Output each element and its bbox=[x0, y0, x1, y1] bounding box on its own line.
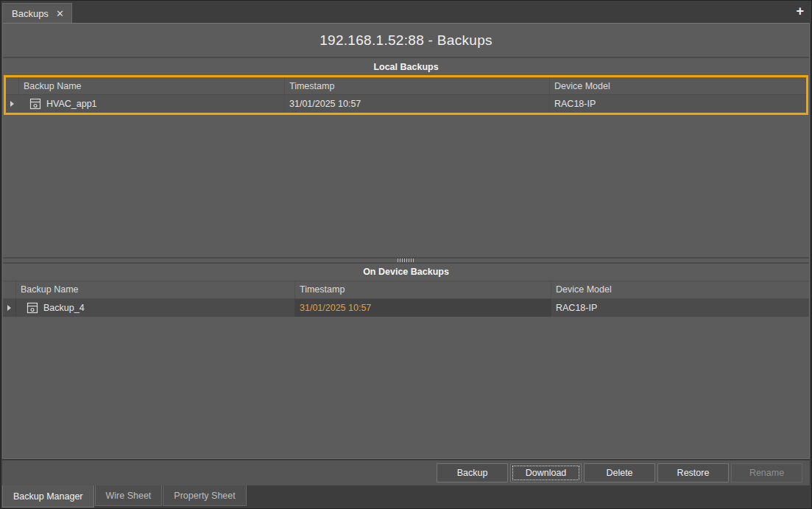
page-title: 192.168.1.52:88 - Backups bbox=[319, 32, 493, 49]
local-backups-table: Backup Name Timestamp Device Model bbox=[4, 75, 808, 115]
backup-button[interactable]: Backup bbox=[437, 463, 508, 482]
close-tab-icon[interactable]: ✕ bbox=[56, 9, 64, 18]
row-expander[interactable] bbox=[3, 299, 16, 317]
timestamp-cell-selected[interactable]: 31/01/2025 10:57 bbox=[295, 299, 551, 317]
on-device-backups-header: On Device Backups bbox=[3, 264, 809, 281]
row-expander[interactable] bbox=[6, 95, 19, 113]
col-timestamp[interactable]: Timestamp bbox=[285, 77, 550, 94]
top-tab-bar: Backups ✕ + bbox=[1, 1, 811, 23]
delete-button[interactable]: Delete bbox=[584, 463, 655, 482]
backup-file-icon bbox=[27, 302, 38, 314]
expander-header-cell bbox=[3, 281, 16, 298]
backup-name: HVAC_app1 bbox=[46, 99, 97, 109]
title-bar: 192.168.1.52:88 - Backups bbox=[3, 24, 809, 58]
local-backups-header: Local Backups bbox=[3, 58, 809, 75]
on-device-backups-table: Backup Name Timestamp Device Model bbox=[3, 281, 809, 317]
col-device-model[interactable]: Device Model bbox=[550, 77, 806, 94]
view-tab-bar: Backup Manager Wire Sheet Property Sheet bbox=[1, 485, 811, 509]
col-timestamp[interactable]: Timestamp bbox=[295, 281, 551, 298]
on-device-backups-empty-area bbox=[3, 317, 809, 459]
backup-name-cell[interactable]: Backup_4 bbox=[16, 299, 295, 317]
tab-backups[interactable]: Backups ✕ bbox=[2, 3, 72, 23]
new-tab-icon[interactable]: + bbox=[796, 4, 804, 18]
chevron-right-icon bbox=[7, 305, 11, 311]
col-backup-name[interactable]: Backup Name bbox=[19, 77, 285, 94]
rename-button: Rename bbox=[731, 463, 802, 482]
restore-button[interactable]: Restore bbox=[657, 463, 729, 482]
table-row[interactable]: Backup_4 31/01/2025 10:57 RAC18-IP bbox=[3, 299, 809, 317]
download-button[interactable]: Download bbox=[510, 463, 582, 482]
tab-backups-label: Backups bbox=[12, 8, 49, 19]
col-device-model[interactable]: Device Model bbox=[551, 281, 809, 298]
table-row[interactable]: HVAC_app1 31/01/2025 10:57 RAC18-IP bbox=[6, 95, 806, 113]
on-device-table-header: Backup Name Timestamp Device Model bbox=[3, 281, 809, 299]
col-backup-name[interactable]: Backup Name bbox=[16, 281, 295, 298]
device-model-cell[interactable]: RAC18-IP bbox=[551, 299, 809, 317]
timestamp-cell[interactable]: 31/01/2025 10:57 bbox=[285, 95, 550, 113]
device-model-cell[interactable]: RAC18-IP bbox=[550, 95, 806, 113]
backups-window: Backups ✕ + 192.168.1.52:88 - Backups Lo… bbox=[0, 0, 812, 509]
splitter-grip-icon bbox=[398, 259, 415, 262]
chevron-right-icon bbox=[10, 101, 14, 107]
local-table-header: Backup Name Timestamp Device Model bbox=[6, 77, 806, 95]
local-backups-empty-area bbox=[3, 115, 809, 257]
backup-file-icon bbox=[29, 98, 41, 110]
tab-backup-manager[interactable]: Backup Manager bbox=[2, 485, 94, 508]
backup-name-cell[interactable]: HVAC_app1 bbox=[19, 95, 285, 113]
expander-header-cell bbox=[6, 77, 19, 94]
backups-panel: 192.168.1.52:88 - Backups Local Backups … bbox=[2, 23, 810, 459]
tab-wire-sheet[interactable]: Wire Sheet bbox=[95, 485, 163, 506]
pane-splitter[interactable] bbox=[3, 257, 809, 264]
tab-property-sheet[interactable]: Property Sheet bbox=[163, 485, 246, 506]
backup-name: Backup_4 bbox=[43, 303, 85, 313]
action-button-bar: Backup Download Delete Restore Rename bbox=[2, 460, 810, 485]
